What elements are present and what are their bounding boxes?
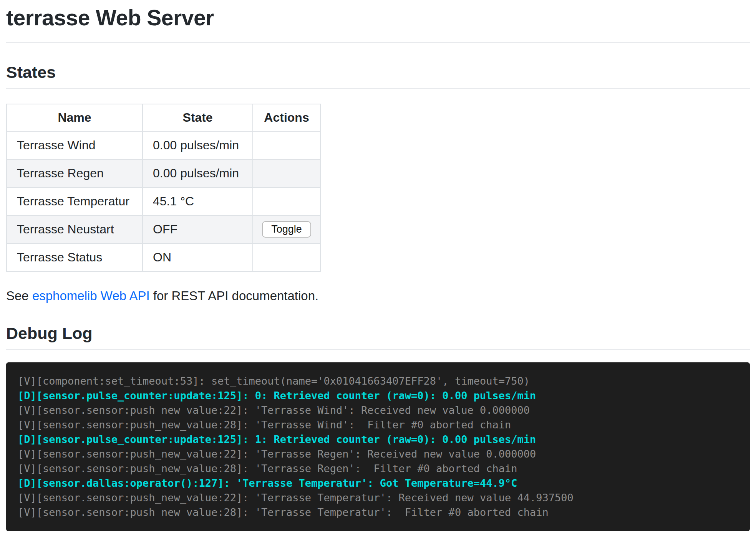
- row-state-cell: 0.00 pulses/min: [143, 159, 253, 187]
- row-state-cell: OFF: [143, 215, 253, 243]
- row-actions-cell: [253, 159, 320, 187]
- log-line: [V][component:set_timeout:53]: set_timeo…: [18, 374, 738, 388]
- esphomelib-web-api-link[interactable]: esphomelib Web API: [32, 289, 150, 303]
- api-note-suffix: for REST API documentation.: [150, 289, 319, 303]
- column-header-actions: Actions: [253, 104, 320, 131]
- log-line: [V][sensor.sensor:push_new_value:22]: 'T…: [18, 403, 738, 418]
- table-row: Terrasse Temperatur 45.1 °C: [7, 187, 320, 215]
- row-actions-cell: Toggle: [253, 215, 320, 243]
- log-line: [V][sensor.sensor:push_new_value:22]: 'T…: [18, 447, 738, 461]
- row-name-cell: Terrasse Regen: [7, 159, 143, 187]
- log-line: [V][sensor.sensor:push_new_value:28]: 'T…: [18, 418, 738, 432]
- api-note-prefix: See: [6, 289, 32, 303]
- log-line: [D][sensor.dallas:operator():127]: 'Terr…: [18, 476, 738, 491]
- row-state-cell: ON: [143, 243, 253, 271]
- column-header-state: State: [143, 104, 253, 131]
- row-name-cell: Terrasse Wind: [7, 131, 143, 159]
- title-divider: [6, 42, 750, 43]
- table-header-row: Name State Actions: [7, 104, 320, 131]
- row-actions-cell: [253, 243, 320, 271]
- log-line: [V][sensor.sensor:push_new_value:28]: 'T…: [18, 461, 738, 476]
- row-state-cell: 0.00 pulses/min: [143, 131, 253, 159]
- table-row: Terrasse Status ON: [7, 243, 320, 271]
- debug-log-console[interactable]: [V][component:set_timeout:53]: set_timeo…: [6, 362, 750, 531]
- log-line: [V][sensor.sensor:push_new_value:22]: 'T…: [18, 491, 738, 505]
- page-container: terrasse Web Server States Name State Ac…: [0, 5, 756, 531]
- row-state-cell: 45.1 °C: [143, 187, 253, 215]
- row-actions-cell: [253, 131, 320, 159]
- row-actions-cell: [253, 187, 320, 215]
- log-line: [V][sensor.sensor:push_new_value:28]: 'T…: [18, 505, 738, 520]
- table-row: Terrasse Wind 0.00 pulses/min: [7, 131, 320, 159]
- row-name-cell: Terrasse Neustart: [7, 215, 143, 243]
- log-line: [D][sensor.pulse_counter:update:125]: 1:…: [18, 432, 738, 447]
- page-title: terrasse Web Server: [6, 5, 750, 31]
- row-name-cell: Terrasse Temperatur: [7, 187, 143, 215]
- column-header-name: Name: [7, 104, 143, 131]
- table-row: Terrasse Neustart OFF Toggle: [7, 215, 320, 243]
- row-name-cell: Terrasse Status: [7, 243, 143, 271]
- debug-log-heading: Debug Log: [6, 324, 750, 350]
- states-heading: States: [6, 63, 750, 89]
- states-table: Name State Actions Terrasse Wind 0.00 pu…: [6, 104, 321, 272]
- log-line: [D][sensor.pulse_counter:update:125]: 0:…: [18, 388, 738, 403]
- api-note: See esphomelib Web API for REST API docu…: [6, 289, 750, 303]
- table-row: Terrasse Regen 0.00 pulses/min: [7, 159, 320, 187]
- toggle-button[interactable]: Toggle: [262, 221, 311, 238]
